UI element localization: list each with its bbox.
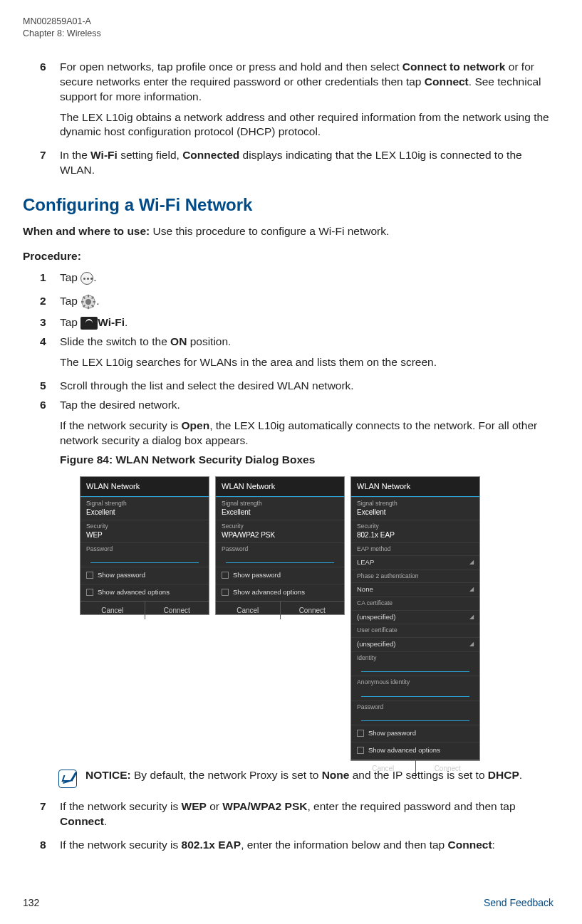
text: setting field,: [118, 149, 182, 161]
checkbox-icon: [357, 747, 364, 754]
bold-text: Connect to network: [402, 61, 506, 73]
apps-icon: [80, 272, 93, 285]
checkbox-label: Show password: [98, 571, 145, 580]
dialog-wep-wrap: WLAN Network Signal strengthExcellent Se…: [80, 476, 209, 761]
chevron-down-icon: ◢: [469, 586, 474, 594]
step-6-continued: 6 For open networks, tap profile once or…: [40, 60, 554, 140]
dropdown-value: (unspecified): [357, 613, 395, 622]
user-cert-dropdown[interactable]: (unspecified)◢: [351, 637, 479, 651]
section-heading: Configuring a Wi-Fi Network: [23, 194, 554, 216]
signal-value: Excellent: [86, 508, 203, 518]
checkbox-icon: [86, 589, 93, 596]
bold-text: Wi-Fi: [98, 316, 125, 328]
text: :: [492, 839, 495, 851]
chevron-down-icon: ◢: [469, 559, 474, 567]
bold-text: DHCP: [488, 769, 519, 781]
ca-cert-dropdown[interactable]: (unspecified)◢: [351, 610, 479, 624]
show-password-checkbox[interactable]: Show password: [216, 567, 344, 584]
step-number: 1: [40, 271, 46, 285]
step-8: 8 If the network security is 802.1x EAP,…: [40, 838, 554, 853]
show-advanced-checkbox[interactable]: Show advanced options: [351, 742, 479, 759]
when-where-label: When and where to use:: [23, 225, 150, 237]
password-input[interactable]: [90, 555, 199, 563]
connect-button[interactable]: Connect: [280, 602, 345, 620]
step-number: 7: [40, 799, 46, 814]
dialog-wpa-wrap: WLAN Network Signal strengthExcellent Se…: [215, 476, 345, 761]
page-footer: 132 Send Feedback: [23, 896, 554, 910]
checkbox-icon: [357, 730, 364, 737]
show-password-checkbox[interactable]: Show password: [80, 567, 209, 584]
password-input[interactable]: [226, 555, 334, 563]
cancel-button[interactable]: Cancel: [216, 602, 280, 620]
dialog-title: WLAN Network: [216, 477, 344, 497]
signal-value: Excellent: [222, 508, 338, 518]
chapter-label: Chapter 8: Wireless: [23, 28, 554, 40]
text: For open networks, tap profile once or p…: [60, 61, 402, 73]
identity-label: Identity: [357, 654, 474, 662]
checkbox-icon: [86, 572, 93, 579]
text: In the: [60, 149, 90, 161]
text: .: [93, 271, 96, 283]
identity-input[interactable]: [361, 663, 469, 672]
step-body: Slide the switch to the ON position.: [60, 335, 554, 350]
step-body: Scroll through the list and select the d…: [60, 379, 554, 394]
signal-label: Signal strength: [357, 500, 474, 508]
password-label: Password: [357, 703, 474, 711]
text: , enter the information below and then t…: [241, 839, 447, 851]
step-1: 1 Tap .: [40, 271, 554, 285]
bold-text: Connect: [448, 839, 492, 851]
text: .: [125, 316, 128, 328]
checkbox-label: Show password: [233, 571, 281, 580]
security-label: Security: [357, 523, 474, 530]
eap-method-dropdown[interactable]: LEAP◢: [351, 555, 479, 569]
dialog-eap: WLAN Network Signal strengthExcellent Se…: [350, 476, 480, 761]
text: Tap: [60, 271, 80, 283]
security-value: 802.1x EAP: [357, 530, 474, 540]
show-password-checkbox[interactable]: Show password: [351, 725, 479, 742]
dialog-wpa: WLAN Network Signal strengthExcellent Se…: [215, 476, 345, 615]
step-7-continued: 7 In the Wi-Fi setting field, Connected …: [40, 148, 554, 178]
notice-label: NOTICE:: [85, 769, 131, 781]
step-body: For open networks, tap profile once or p…: [60, 60, 554, 105]
text: and the IP settings is set to: [349, 769, 487, 781]
security-label: Security: [222, 523, 338, 530]
bold-text: Wi-Fi: [90, 149, 118, 161]
phase2-dropdown[interactable]: None◢: [351, 582, 479, 597]
security-value: WPA/WPA2 PSK: [222, 530, 338, 540]
step-sub: If the network security is Open, the LEX…: [60, 419, 554, 448]
step-body: Tap .: [60, 271, 554, 285]
step-number: 3: [40, 315, 46, 330]
bold-text: 802.1x EAP: [182, 839, 241, 851]
password-label: Password: [222, 545, 338, 553]
chevron-down-icon: ◢: [469, 614, 474, 621]
connect-button[interactable]: Connect: [145, 602, 209, 620]
text: .: [96, 295, 99, 307]
password-label: Password: [86, 545, 203, 553]
step-sub: The LEX L10ig searches for WLANs in the …: [60, 355, 554, 370]
text: If the network security is: [60, 839, 182, 851]
security-label: Security: [86, 523, 203, 530]
signal-value: Excellent: [357, 508, 474, 518]
anon-identity-input[interactable]: [361, 688, 469, 697]
step-number: 7: [40, 148, 46, 163]
text: .: [104, 815, 107, 827]
when-where-to-use: When and where to use: Use this procedur…: [23, 224, 554, 239]
show-advanced-checkbox[interactable]: Show advanced options: [80, 584, 209, 601]
doc-id: MN002859A01-A: [23, 16, 554, 28]
procedure-label: Procedure:: [23, 249, 554, 264]
step-body: If the network security is 802.1x EAP, e…: [60, 838, 554, 853]
step-number: 2: [40, 294, 46, 309]
dropdown-value: LEAP: [357, 558, 374, 567]
send-feedback-link[interactable]: Send Feedback: [484, 896, 554, 910]
step-number: 4: [40, 335, 46, 350]
figure-caption: Figure 84: WLAN Network Security Dialog …: [60, 453, 554, 468]
bold-text: Connected: [182, 149, 239, 161]
text: Tap: [60, 295, 80, 307]
dialog-title: WLAN Network: [80, 477, 209, 497]
checkbox-icon: [222, 572, 229, 579]
step-2: 2 Tap .: [40, 294, 554, 310]
cancel-button[interactable]: Cancel: [80, 602, 145, 620]
password-input[interactable]: [361, 713, 469, 721]
show-advanced-checkbox[interactable]: Show advanced options: [216, 584, 344, 601]
page-number: 132: [23, 896, 39, 910]
